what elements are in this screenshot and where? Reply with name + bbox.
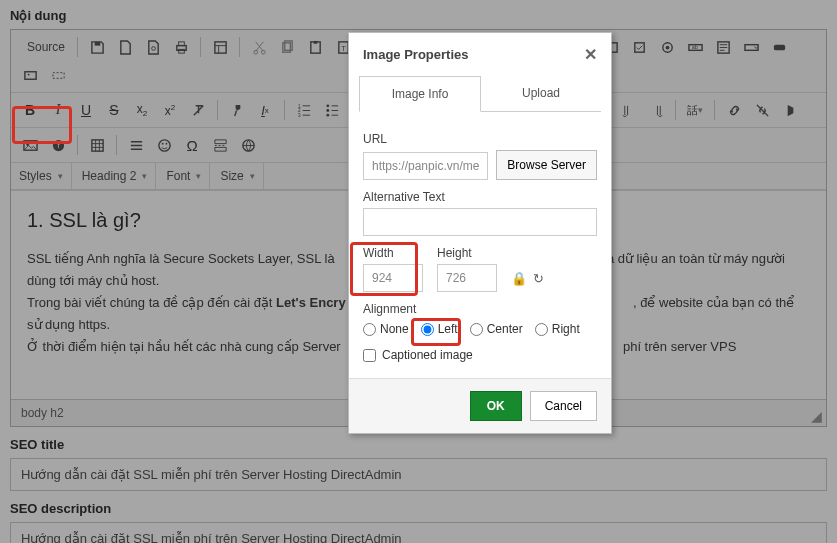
url-input[interactable]: [363, 152, 488, 180]
url-label: URL: [363, 132, 597, 146]
ok-button[interactable]: OK: [470, 391, 522, 421]
alignment-label: Alignment: [363, 302, 597, 316]
browse-server-button[interactable]: Browse Server: [496, 150, 597, 180]
dialog-title: Image Properties: [363, 47, 469, 62]
height-input[interactable]: [437, 264, 497, 292]
alt-input[interactable]: [363, 208, 597, 236]
tab-image-info[interactable]: Image Info: [359, 76, 481, 112]
align-right-radio[interactable]: Right: [535, 322, 580, 336]
alt-label: Alternative Text: [363, 190, 597, 204]
captioned-checkbox[interactable]: [363, 349, 376, 362]
lock-ratio-icon[interactable]: 🔒: [511, 271, 527, 286]
height-label: Height: [437, 246, 497, 260]
align-none-radio[interactable]: None: [363, 322, 409, 336]
width-input[interactable]: [363, 264, 423, 292]
cancel-button[interactable]: Cancel: [530, 391, 597, 421]
align-left-radio[interactable]: Left: [421, 322, 458, 336]
captioned-label: Captioned image: [382, 348, 473, 362]
tab-upload[interactable]: Upload: [481, 76, 601, 111]
width-label: Width: [363, 246, 423, 260]
image-properties-dialog: Image Properties ✕ Image Info Upload URL…: [348, 32, 612, 434]
close-icon[interactable]: ✕: [584, 45, 597, 64]
reset-size-icon[interactable]: ↻: [533, 271, 544, 286]
align-center-radio[interactable]: Center: [470, 322, 523, 336]
